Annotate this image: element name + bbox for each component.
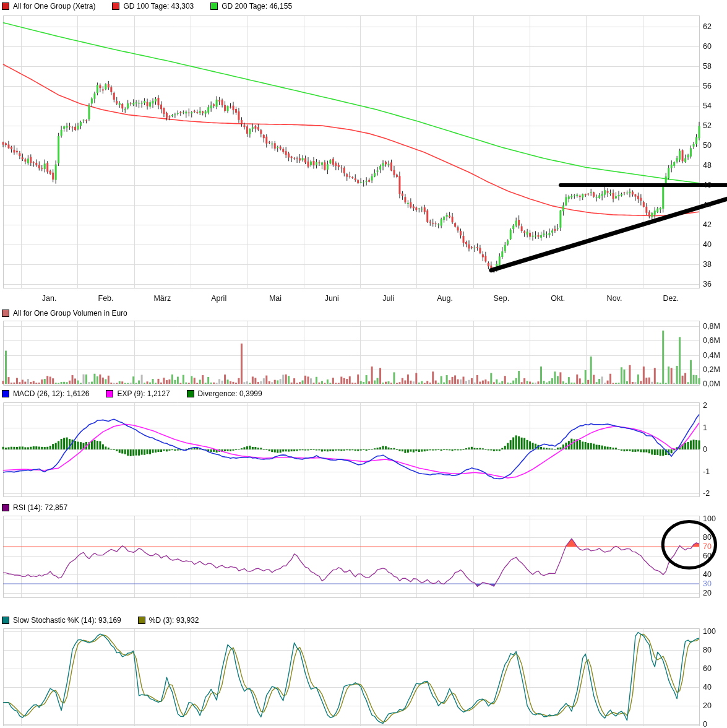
legend-item: Slow Stochastic %K (14): 93,169: [2, 616, 121, 625]
legend-label: Slow Stochastic %K (14): 93,169: [13, 616, 121, 625]
legend-label: EXP (9): 1,2127: [117, 389, 170, 398]
rsi-legend: RSI (14): 72,857: [2, 503, 67, 512]
legend-label: %D (3): 93,932: [149, 616, 199, 625]
macd-legend: MACD (26, 12): 1,6126 EXP (9): 1,2127 Di…: [2, 389, 262, 398]
legend-label: GD 100 Tage: 43,303: [123, 2, 194, 11]
legend-item: All for One Group (Xetra): [2, 2, 95, 11]
volume-legend: All for One Group Volumen in Euro: [2, 309, 127, 318]
legend-item: GD 100 Tage: 43,303: [112, 2, 194, 11]
series-swatch-icon: [138, 617, 145, 624]
legend-label: All for One Group Volumen in Euro: [13, 309, 127, 318]
stochastic-legend: Slow Stochastic %K (14): 93,169 %D (3): …: [2, 616, 199, 625]
legend-item: All for One Group Volumen in Euro: [2, 309, 127, 318]
legend-item: Divergence: 0,3999: [187, 389, 262, 398]
legend-item: EXP (9): 1,2127: [106, 389, 170, 398]
series-swatch-icon: [2, 2, 9, 10]
series-swatch-icon: [106, 390, 113, 397]
legend-label: GD 200 Tage: 46,155: [222, 2, 292, 11]
series-swatch-icon: [112, 2, 119, 10]
series-swatch-icon: [2, 504, 9, 511]
legend-label: RSI (14): 72,857: [13, 503, 67, 512]
series-swatch-icon: [187, 390, 194, 397]
price-legend: All for One Group (Xetra) GD 100 Tage: 4…: [2, 2, 292, 11]
legend-label: MACD (26, 12): 1,6126: [13, 389, 89, 398]
legend-item: GD 200 Tage: 46,155: [210, 2, 292, 11]
legend-item: %D (3): 93,932: [138, 616, 199, 625]
series-swatch-icon: [2, 310, 9, 317]
stock-analysis-chart: All for One Group (Xetra) GD 100 Tage: 4…: [0, 0, 727, 728]
series-swatch-icon: [2, 617, 9, 624]
legend-label: Divergence: 0,3999: [198, 389, 262, 398]
series-swatch-icon: [2, 390, 9, 397]
legend-item: MACD (26, 12): 1,6126: [2, 389, 89, 398]
legend-item: RSI (14): 72,857: [2, 503, 67, 512]
legend-label: All for One Group (Xetra): [13, 2, 95, 11]
series-swatch-icon: [210, 2, 218, 10]
